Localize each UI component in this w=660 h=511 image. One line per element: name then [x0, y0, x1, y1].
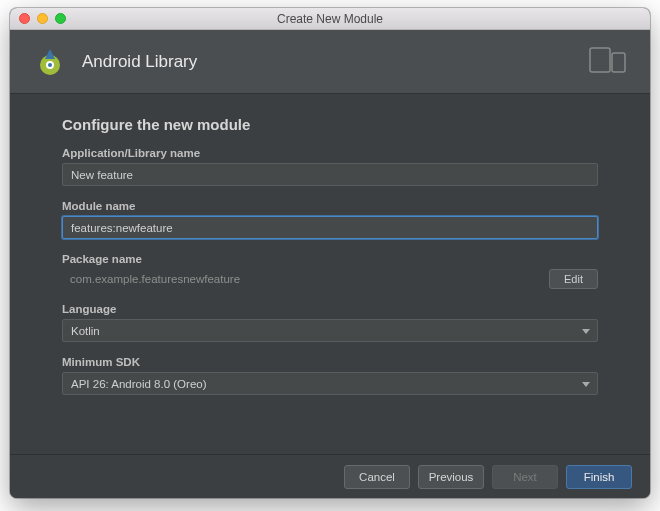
header: Android Library	[10, 30, 650, 94]
module-name-input[interactable]	[62, 216, 598, 239]
package-name-value: com.example.featuresnewfeature	[62, 269, 541, 289]
previous-button[interactable]: Previous	[418, 465, 484, 489]
app-name-input[interactable]	[62, 163, 598, 186]
field-module-name: Module name	[62, 200, 598, 239]
android-studio-icon	[32, 44, 68, 80]
window-title: Create New Module	[10, 12, 650, 26]
cancel-button[interactable]: Cancel	[344, 465, 410, 489]
language-label: Language	[62, 303, 598, 315]
field-package-name: Package name com.example.featuresnewfeat…	[62, 253, 598, 289]
package-name-label: Package name	[62, 253, 598, 265]
titlebar: Create New Module	[10, 8, 650, 30]
field-application-name: Application/Library name	[62, 147, 598, 186]
devices-icon	[588, 45, 628, 79]
dialog-window: Create New Module Android Library Config…	[10, 8, 650, 498]
app-name-label: Application/Library name	[62, 147, 598, 159]
finish-button[interactable]: Finish	[566, 465, 632, 489]
min-sdk-label: Minimum SDK	[62, 356, 598, 368]
next-button: Next	[492, 465, 558, 489]
min-sdk-select[interactable]	[62, 372, 598, 395]
module-name-label: Module name	[62, 200, 598, 212]
section-title: Configure the new module	[62, 116, 598, 133]
svg-rect-4	[612, 53, 625, 72]
form-body: Configure the new module Application/Lib…	[10, 94, 650, 454]
field-language: Language	[62, 303, 598, 342]
svg-point-2	[48, 63, 52, 67]
edit-package-button[interactable]: Edit	[549, 269, 598, 289]
header-title: Android Library	[82, 52, 588, 72]
language-select[interactable]	[62, 319, 598, 342]
field-min-sdk: Minimum SDK	[62, 356, 598, 395]
footer: Cancel Previous Next Finish	[10, 454, 650, 498]
svg-rect-3	[590, 48, 610, 72]
